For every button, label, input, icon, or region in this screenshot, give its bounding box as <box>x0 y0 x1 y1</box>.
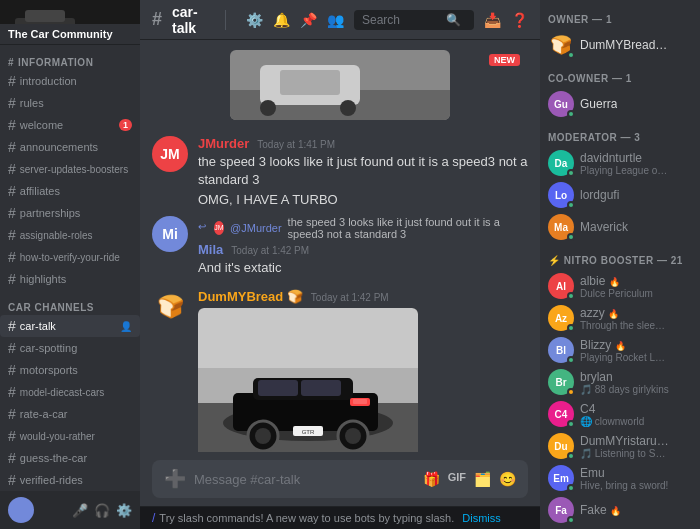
owner-section: OWNER — 1 🍞 DumMYBread 🍞 <box>540 10 700 61</box>
headset-icon[interactable]: 🎧 <box>94 503 110 518</box>
list-item[interactable]: Bl Blizzy 🔥 Playing Rocket League 🎮 <box>540 334 700 366</box>
idle-status <box>567 388 575 396</box>
pin-icon[interactable]: 📌 <box>300 12 317 28</box>
timestamp: Today at 1:42 PM <box>311 292 389 303</box>
member-avatar: Fa <box>548 497 574 523</box>
hash-icon: # <box>8 406 16 422</box>
gift-icon[interactable]: 🎁 <box>423 471 440 487</box>
sidebar-item-verify-ride[interactable]: # how-to-verify-your-ride <box>0 246 140 268</box>
member-avatar: C4 <box>548 401 574 427</box>
member-status: 🎵 Listening to Spotify <box>580 448 670 459</box>
sidebar-item-assignable-roles[interactable]: # assignable-roles <box>0 224 140 246</box>
plus-icon[interactable]: ➕ <box>164 468 186 490</box>
car-image: GTR <box>198 308 418 452</box>
list-item[interactable]: Fa Fake 🔥 <box>540 494 700 526</box>
online-status <box>567 356 575 364</box>
sidebar-item-welcome[interactable]: # welcome 1 <box>0 114 140 136</box>
sidebar-item-highlights[interactable]: # highlights <box>0 268 140 290</box>
sidebar-item-car-spotting[interactable]: # car-spotting <box>0 337 140 359</box>
member-avatar: Br <box>548 369 574 395</box>
hash-icon: # <box>8 117 16 133</box>
list-item[interactable]: Gu Guerra <box>540 88 700 120</box>
sidebar-item-partnerships[interactable]: # partnerships <box>0 202 140 224</box>
member-avatar: Lo <box>548 182 574 208</box>
sidebar-item-guess-the-car[interactable]: # guess-the-car <box>0 447 140 469</box>
member-name: Maverick <box>580 220 628 234</box>
inbox-icon[interactable]: 📥 <box>484 12 501 28</box>
members-icon[interactable]: 👥 <box>327 12 344 28</box>
welcome-badge: 1 <box>119 119 132 131</box>
svg-rect-3 <box>25 10 65 22</box>
new-badge: NEW <box>489 54 520 66</box>
sidebar-item-affiliates[interactable]: # affiliates <box>0 180 140 202</box>
user-avatar <box>8 497 34 523</box>
member-name: brylan <box>580 370 669 384</box>
member-avatar: 🍞 <box>548 32 574 58</box>
dismiss-link[interactable]: Dismiss <box>462 512 501 524</box>
top-image-container: NEW <box>152 50 528 120</box>
moderator-section: MODERATOR — 3 Da davidnturtle Playing Le… <box>540 128 700 243</box>
help-icon[interactable]: ❓ <box>511 12 528 28</box>
hash-icon: # <box>8 271 16 287</box>
sidebar-item-model-diecast[interactable]: # model-diecast-cars <box>0 381 140 403</box>
list-item[interactable]: C4 C4 🌐 clownworld <box>540 398 700 430</box>
car-channels-section: Car Channels # car-talk 👤 # car-spotting… <box>0 298 140 491</box>
online-status <box>567 324 575 332</box>
sidebar-item-announcements[interactable]: # announcements <box>0 136 140 158</box>
list-item[interactable]: 🍞 DumMYBread 🍞 <box>540 29 700 61</box>
member-name: DumMYBread 🍞 <box>580 38 670 52</box>
sidebar-item-motorsports[interactable]: # motorsports <box>0 359 140 381</box>
svg-rect-20 <box>258 380 298 396</box>
search-box[interactable]: 🔍 <box>354 10 474 30</box>
sidebar-item-rules[interactable]: # rules <box>0 92 140 114</box>
chat-header: # car-talk No Bot Commands! Exception: !… <box>140 0 540 40</box>
member-status: 🌐 clownworld <box>580 416 644 427</box>
list-item[interactable]: Az azzy 🔥 Through the sleeplessness nig.… <box>540 302 700 334</box>
member-name: C4 <box>580 402 644 416</box>
sidebar-item-verified-rides[interactable]: # verified-rides <box>0 469 140 491</box>
member-info: albie 🔥 Dulce Periculum <box>580 274 653 299</box>
hash-icon: # <box>8 249 16 265</box>
list-item[interactable]: Ma Maverick <box>540 211 700 243</box>
list-item[interactable]: Da davidnturtle Playing League of Legend… <box>540 147 700 179</box>
member-info: Emu Hive, bring a sword! <box>580 466 668 491</box>
list-item[interactable]: Du DumMYristaru 🔥 🎵 Listening to Spotify <box>540 430 700 462</box>
quoted-avatar: JM <box>214 221 224 235</box>
messages-area: NEW JM JMurder Today at 1:41 PM the spee… <box>140 40 540 452</box>
list-item[interactable]: Br brylan 🎵 88 days girlykins <box>540 366 700 398</box>
search-input[interactable] <box>362 13 442 27</box>
sidebar-item-rate-a-car[interactable]: # rate-a-car <box>0 403 140 425</box>
sidebar-item-introduction[interactable]: # introduction <box>0 70 140 92</box>
sticker-icon[interactable]: 🗂️ <box>474 471 491 487</box>
sidebar-item-would-you-rather[interactable]: # would-you-rather <box>0 425 140 447</box>
member-avatar: Gu <box>548 91 574 117</box>
emoji-icon[interactable]: 😊 <box>499 471 516 487</box>
settings-icon[interactable]: ⚙️ <box>116 503 132 518</box>
sidebar-item-server-updates[interactable]: # server-updates-boosters <box>0 158 140 180</box>
bell-icon[interactable]: 🔔 <box>273 12 290 28</box>
svg-rect-21 <box>301 380 341 396</box>
member-status: Playing Rocket League 🎮 <box>580 352 670 363</box>
hash-icon: # <box>8 472 16 488</box>
hashtag-settings-icon[interactable]: ⚙️ <box>246 12 263 28</box>
server-header[interactable] <box>0 0 140 24</box>
message-input[interactable] <box>194 472 415 487</box>
right-sidebar: OWNER — 1 🍞 DumMYBread 🍞 CO-OWNER — 1 Gu… <box>540 0 700 529</box>
sidebar-footer: 🎤 🎧 ⚙️ <box>0 491 140 529</box>
header-icons: ⚙️ 🔔 📌 👥 🔍 📥 ❓ <box>246 10 528 30</box>
list-item[interactable]: Lo lordgufi <box>540 179 700 211</box>
hash-icon: # <box>8 318 16 334</box>
list-item[interactable]: Em Emu Hive, bring a sword! <box>540 462 700 494</box>
message-content: JMurder Today at 1:41 PM the speed 3 loo… <box>198 136 528 210</box>
member-info: C4 🌐 clownworld <box>580 402 644 427</box>
gif-icon[interactable]: GIF <box>448 471 466 487</box>
message-text: OMG, I HAVE A TURBO <box>198 191 528 209</box>
list-item[interactable]: Al albie 🔥 Dulce Periculum <box>540 270 700 302</box>
svg-point-12 <box>340 100 356 116</box>
sidebar-item-car-talk[interactable]: # car-talk 👤 <box>0 315 140 337</box>
mic-icon[interactable]: 🎤 <box>72 503 88 518</box>
hash-icon: # <box>8 362 16 378</box>
member-name: Emu <box>580 466 668 480</box>
online-status <box>567 516 575 524</box>
hash-icon: # <box>8 384 16 400</box>
